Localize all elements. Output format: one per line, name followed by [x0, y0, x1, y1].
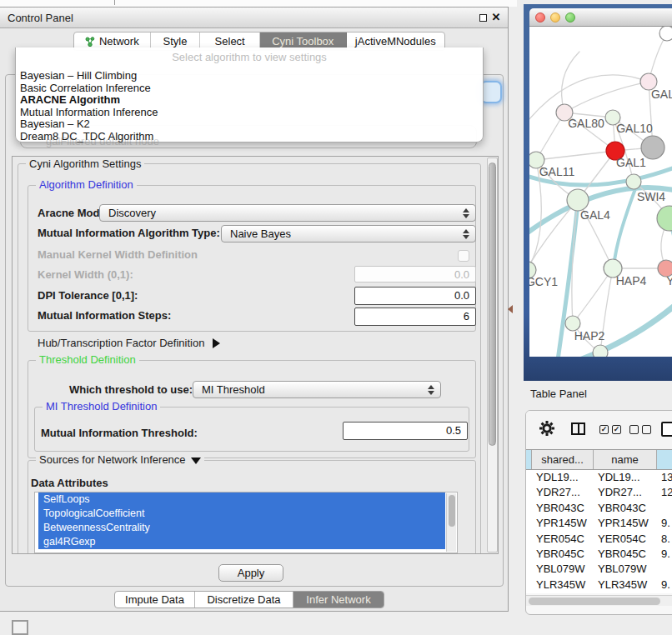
column-header-a[interactable]: A — [657, 450, 672, 469]
table-row[interactable]: YBR043CYBR043C — [526, 501, 672, 516]
network-edge-thick — [575, 300, 672, 357]
corner-widget-icon[interactable] — [12, 620, 28, 635]
table-row[interactable]: YPR145WYPR145W9. — [526, 516, 672, 531]
checked-box-icon[interactable] — [612, 425, 621, 434]
network-canvas[interactable]: GALGAL80GAL10GAL1GAL11SWI4GAL4GCY1HAP4YH… — [529, 27, 672, 357]
table-row[interactable]: YLR345WYLR345W9. — [526, 578, 672, 592]
dropdown-placeholder: Select algorithm to view settings — [16, 51, 483, 63]
table-cell: 9. — [657, 516, 672, 531]
column-header-shared[interactable]: shared... — [532, 450, 594, 469]
algorithm-definition-title: Algorithm Definition — [36, 179, 137, 190]
node-gal1-label: GAL1 — [616, 156, 646, 169]
mi-threshold-field[interactable]: 0.5 — [343, 422, 468, 440]
close-traffic-light-icon[interactable] — [535, 12, 545, 22]
settings-scrollbar[interactable] — [487, 158, 498, 552]
algorithm-item-bayesian-k2[interactable]: Bayesian – K2 — [20, 118, 479, 131]
table-row[interactable]: YDR27...YDR27...12 — [526, 485, 672, 500]
list-item-gal4rgexp[interactable]: gal4RGexp — [38, 535, 445, 549]
kernel-width-label: Kernel Width (0,1): — [38, 268, 133, 281]
float-window-icon[interactable] — [479, 14, 487, 22]
tab-impute-data[interactable]: Impute Data — [115, 592, 195, 608]
minimize-traffic-light-icon[interactable] — [550, 12, 560, 22]
apply-button[interactable]: Apply — [218, 564, 283, 582]
settings-viewport: Cyni Algorithm Settings Algorithm Defini… — [12, 156, 499, 554]
mi-threshold-label: Mutual Information Threshold: — [41, 427, 198, 439]
table-row[interactable]: YBR045CYBR045C9. — [526, 547, 672, 562]
gear-icon[interactable] — [539, 421, 554, 436]
manual-kernel-checkbox[interactable] — [458, 250, 469, 262]
table-panel-title: Table Panel — [530, 388, 587, 400]
node-hap4-label: HAP4 — [616, 274, 647, 288]
mi-steps-label: Mutual Information Steps: — [38, 309, 171, 322]
table-row[interactable]: YBL079WYBL079W — [526, 562, 672, 577]
table-cell: YDL19... — [594, 470, 657, 485]
table-cell: 8. — [657, 532, 672, 547]
table-cell: YBR045C — [594, 547, 657, 562]
node-biggreen[interactable] — [657, 206, 672, 231]
list-scrollbar-thumb[interactable] — [449, 495, 455, 527]
table-cell: YBL079W — [532, 562, 594, 577]
mi-steps-field[interactable]: 6 — [354, 308, 476, 326]
algorithm-item-basic-correlation-inference[interactable]: Basic Correlation Inference — [20, 82, 479, 95]
split-columns-icon[interactable] — [571, 422, 585, 435]
control-panel-titlebar: Control Panel — [0, 8, 508, 28]
node-top[interactable] — [659, 27, 672, 41]
network-graph: GALGAL80GAL10GAL1GAL11SWI4GAL4GCY1HAP4YH… — [529, 27, 672, 357]
sources-title[interactable]: Sources for Network Inference — [36, 454, 204, 465]
bottom-tabbar: Impute DataDiscretize DataInfer Network — [114, 591, 384, 608]
table-row[interactable]: YER054CYER054C8. — [526, 532, 672, 547]
table-cell: YBR043C — [594, 501, 657, 516]
list-scrollbar[interactable] — [446, 493, 456, 552]
dropdown-items: Bayesian – Hill ClimbingBasic Correlatio… — [20, 70, 479, 143]
algorithm-item-aracne-algorithm[interactable]: ARACNE Algorithm — [20, 94, 479, 107]
aracne-mode-combo[interactable]: Discovery — [99, 204, 476, 222]
tab-label: Style — [163, 35, 188, 48]
checked-box-icon[interactable] — [599, 425, 609, 434]
table-hscrollbar[interactable] — [526, 595, 672, 606]
tab-infer-network[interactable]: Infer Network — [293, 592, 384, 608]
stepper-arrows-icon — [463, 208, 469, 218]
dpi-tolerance-field[interactable]: 0.0 — [354, 287, 476, 305]
table-cell: YPR145W — [594, 516, 657, 531]
table-cell: 13 — [657, 470, 672, 485]
algorithm-item-mutual-information-inference[interactable]: Mutual Information Inference — [20, 107, 479, 119]
cell-sliver — [526, 485, 532, 500]
algorithm-item-bayesian-hill-climbing[interactable]: Bayesian – Hill Climbing — [20, 70, 479, 82]
document-icon[interactable] — [661, 422, 672, 437]
list-item-betweennesscentrality[interactable]: BetweennessCentrality — [38, 521, 445, 535]
column-header-selected-sliver[interactable] — [526, 450, 532, 469]
splitter-arrow-icon[interactable] — [508, 305, 513, 313]
list-item-topologicalcoefficient[interactable]: TopologicalCoefficient — [38, 507, 445, 521]
which-threshold-combo[interactable]: MI Threshold — [193, 381, 441, 398]
table-cell: 9. — [657, 547, 672, 562]
node-swi4[interactable] — [626, 174, 641, 189]
table-cell: YIL052C — [594, 592, 657, 593]
settings-scrollbar-thumb[interactable] — [489, 162, 496, 446]
unchecked-box-icon[interactable] — [629, 425, 639, 434]
mi-type-combo[interactable]: Naive Bayes — [221, 225, 476, 242]
close-icon[interactable] — [490, 11, 502, 23]
expand-right-icon — [213, 338, 220, 348]
column-header-name[interactable]: name — [594, 450, 657, 469]
network-view-window: GALGAL80GAL10GAL1GAL11SWI4GAL4GCY1HAP4YH… — [524, 4, 672, 381]
table-row[interactable]: YDL19...YDL19...13 — [526, 470, 672, 485]
cell-sliver — [526, 516, 532, 531]
hub-section-toggle[interactable]: Hub/Transcription Factor Definition — [38, 337, 220, 349]
network-edge — [573, 268, 613, 323]
tab-label: jActiveMNodules — [355, 35, 436, 48]
which-threshold-value: MI Threshold — [202, 383, 265, 396]
table-cell: YIL052C — [532, 592, 594, 593]
node-gal-pink-label: GAL — [651, 88, 672, 101]
sources-title-label: Sources for Network Inference — [39, 453, 186, 466]
kernel-width-field[interactable]: 0.0 — [354, 266, 476, 282]
tab-discretize-data[interactable]: Discretize Data — [195, 592, 293, 608]
network-window-titlebar[interactable] — [529, 8, 672, 27]
unchecked-box-icon[interactable] — [642, 425, 651, 434]
table-row[interactable]: YIL052CYIL052C9 — [526, 592, 672, 593]
zoom-traffic-light-icon[interactable] — [565, 12, 575, 22]
table-hscrollbar-thumb[interactable] — [529, 598, 660, 605]
node-bottom[interactable] — [593, 345, 608, 357]
node-gal4-label: GAL4 — [580, 208, 610, 222]
list-item-selfloops[interactable]: SelfLoops — [38, 492, 445, 507]
node-gcy1-label: GCY1 — [529, 275, 558, 288]
